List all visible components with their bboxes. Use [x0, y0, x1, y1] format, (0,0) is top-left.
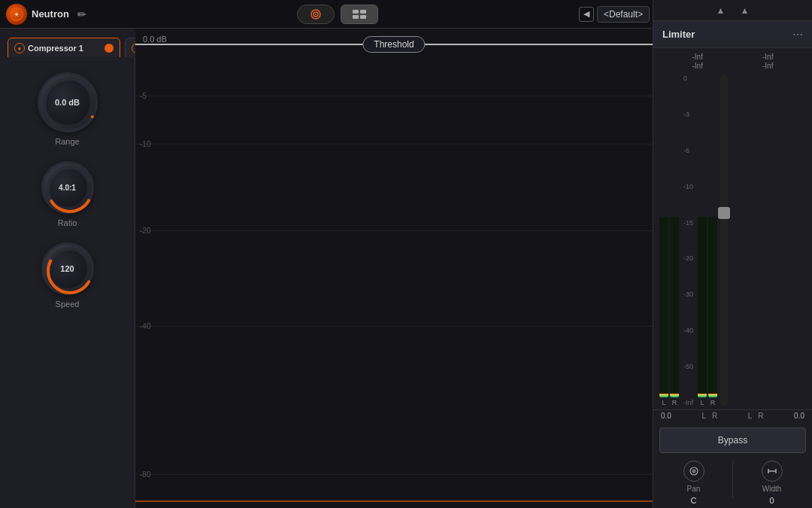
- right-meter-bottom-val: -Inf: [762, 62, 773, 70]
- scale-inf: -Inf: [683, 399, 693, 406]
- scale-10: -10: [683, 183, 693, 190]
- left-knobs-panel: 0.0 dB Range 4.0:1 Ratio: [0, 57, 135, 508]
- meter-top-values: -Inf -Inf -Inf -Inf: [653, 48, 812, 71]
- range-knob-container: 0.0 dB Range: [38, 72, 98, 146]
- width-section: Width 0: [738, 461, 806, 505]
- grid-line-5: [135, 96, 653, 96]
- range-knob[interactable]: 0.0 dB: [38, 72, 98, 132]
- scale-6: -6: [683, 147, 693, 154]
- compressor-knob[interactable]: [105, 44, 114, 53]
- up-arrow-icon: ▲: [717, 5, 726, 16]
- meter-scale: 0 -3 -6 -10 -15 -20 -30 -40 -50 -Inf: [682, 75, 695, 406]
- down-arrow-icon: ▲: [741, 5, 750, 16]
- limiter-menu-button[interactable]: ⋯: [792, 29, 803, 41]
- right-meter-top-val: -Inf: [762, 53, 773, 61]
- app-logo: [6, 4, 27, 25]
- limiter-header: Limiter ⋯: [653, 21, 812, 48]
- grid-line-80: [135, 474, 653, 475]
- pan-value: C: [691, 496, 697, 505]
- right-r-meter-bar: [708, 217, 717, 397]
- lr-label-right: L R: [748, 412, 764, 420]
- right-meter-group: L R: [698, 75, 717, 406]
- bypass-label: Bypass: [718, 435, 747, 446]
- grid-line-20: [135, 230, 653, 231]
- app-name-label: Neutron: [32, 8, 69, 20]
- graph-area: 0.0 dB Threshold -5 -10 -20 -40 -80: [135, 29, 653, 508]
- ratio-knob[interactable]: 4.0:1: [41, 161, 94, 214]
- left-meter-bottom-val: -Inf: [692, 62, 703, 70]
- right-l-meter-bar: [698, 217, 707, 397]
- grid-line-40: [135, 326, 653, 327]
- speed-knob-container: 120 Speed: [41, 242, 94, 309]
- scale-30: -30: [683, 291, 693, 298]
- right-panel-arrows: ▲ ▲: [653, 0, 812, 21]
- left-meter-top-val: -Inf: [692, 53, 703, 61]
- scale-50: -50: [683, 363, 693, 370]
- left-bottom-val: 0.0: [661, 412, 671, 420]
- width-icon[interactable]: [762, 461, 783, 482]
- grid-label-5: -5: [140, 92, 147, 100]
- graph-bottom-line: [135, 500, 653, 502]
- meter-section: L R 0 -3 -6 -10 -15 -20 -30 -40 -50 -Inf: [653, 71, 812, 409]
- scale-15: -15: [683, 219, 693, 227]
- speed-knob[interactable]: 120: [41, 242, 94, 295]
- grid-label-80: -80: [140, 470, 150, 479]
- right-panel: ▲ ▲ Limiter ⋯ -Inf -Inf -Inf -Inf L: [653, 0, 812, 508]
- ratio-label: Ratio: [58, 218, 77, 227]
- range-label: Range: [55, 137, 79, 146]
- scale-3: -3: [683, 111, 693, 118]
- right-fader[interactable]: [720, 75, 728, 406]
- scale-0: 0: [683, 75, 693, 82]
- pan-icon[interactable]: [683, 461, 704, 482]
- meter-bottom-values: 0.0 L R L R 0.0: [653, 409, 812, 423]
- grid-line-10: [135, 144, 653, 144]
- limiter-title: Limiter: [662, 29, 695, 40]
- width-value: 0: [769, 496, 774, 505]
- svg-point-2: [16, 13, 18, 15]
- compressor-power-btn[interactable]: ●: [14, 43, 25, 53]
- scale-40: -40: [683, 327, 693, 334]
- pan-label: Pan: [687, 485, 701, 493]
- edit-button[interactable]: ✏: [74, 6, 90, 23]
- right-fader-handle[interactable]: [718, 207, 730, 219]
- svg-rect-8: [353, 15, 359, 19]
- compressor-name: Compressor 1: [28, 44, 102, 53]
- right-r-label: R: [710, 399, 716, 406]
- bypass-button[interactable]: Bypass: [659, 427, 806, 453]
- visualizer-button[interactable]: [297, 5, 335, 24]
- svg-rect-9: [360, 15, 366, 19]
- left-l-meter-bar: [659, 217, 668, 397]
- left-r-meter-bar: [670, 217, 679, 397]
- left-r-label: R: [672, 399, 677, 406]
- svg-rect-6: [353, 10, 359, 14]
- grid-button[interactable]: [341, 5, 378, 24]
- graph-grid: -5 -10 -20 -40 -80: [135, 29, 653, 508]
- speed-label: Speed: [56, 300, 80, 309]
- left-l-label: L: [662, 399, 665, 406]
- svg-point-28: [693, 470, 695, 472]
- right-bottom-val: 0.0: [794, 412, 804, 420]
- scale-20: -20: [683, 254, 693, 262]
- logo-area: Neutron ✏: [6, 4, 90, 25]
- svg-point-5: [315, 14, 317, 15]
- preset-dropdown[interactable]: <Default>: [597, 6, 650, 23]
- grid-label-20: -20: [140, 226, 150, 234]
- right-l-label: L: [701, 399, 704, 406]
- svg-point-20: [44, 79, 95, 130]
- left-meter-group: L R: [659, 75, 679, 406]
- lr-label-left: L R: [701, 412, 717, 420]
- grid-label-10: -10: [140, 139, 150, 148]
- grid-label-40: -40: [140, 321, 150, 330]
- pan-width-row: Pan C Width 0: [653, 458, 812, 508]
- ratio-knob-container: 4.0:1 Ratio: [41, 161, 94, 227]
- preset-prev-button[interactable]: ◀: [579, 7, 594, 22]
- svg-rect-7: [360, 10, 366, 14]
- pan-section: Pan C: [659, 461, 728, 505]
- center-controls: [102, 5, 573, 24]
- right-fader-group: [720, 75, 728, 406]
- width-label: Width: [762, 485, 782, 493]
